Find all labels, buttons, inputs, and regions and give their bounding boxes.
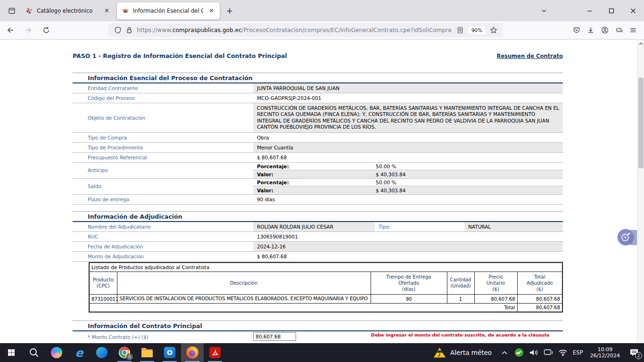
zoom-level-badge[interactable]: 90% — [468, 26, 486, 34]
floating-clock-widget[interactable] — [618, 229, 636, 246]
table-row: Objeto de Contratación CONSTRUCCIÓN DE G… — [73, 103, 563, 133]
total-value: 80,607.68 — [517, 304, 562, 313]
sub-label: Valor: — [253, 171, 372, 178]
row-value: ROLDAN ROLDAN JULIO CESAR — [253, 222, 375, 231]
close-window-button[interactable] — [622, 0, 644, 21]
scroll-up-icon[interactable] — [637, 40, 644, 48]
lock-icon[interactable] — [125, 26, 133, 34]
search-icon[interactable] — [23, 343, 45, 362]
start-button[interactable] — [0, 343, 23, 362]
notification-count-badge: 2 — [635, 352, 642, 359]
table-row-anticipo: Anticipo Porcentaje: 50.00 % Valor: $ 40… — [73, 163, 563, 179]
row-label: Plazo de entrega — [73, 195, 253, 204]
table-row: Presupuesto Referencial $ 80,607.68 — [73, 153, 563, 163]
products-table-title: Listado de Productos adjudicados al Cont… — [89, 263, 562, 272]
wifi-icon[interactable] — [558, 347, 568, 358]
row-label: Monto de Adjudicación — [73, 252, 253, 261]
chrome-profile-badge: G — [126, 354, 133, 360]
section-contrato-principal: Información del Contrato Principal * Mon… — [73, 321, 563, 342]
cell-cantidad: 1 — [447, 294, 474, 304]
page-content: PASO 1 - Registro de Información Esencia… — [0, 40, 644, 343]
edge-icon[interactable] — [91, 343, 113, 362]
acrobat-icon[interactable] — [204, 343, 226, 362]
virtual-desktop-icon[interactable] — [544, 347, 553, 358]
table-row: Código del Proceso MCO-GADPRSJP-2024-001 — [73, 93, 563, 103]
tab-close-icon[interactable]: ✕ — [207, 7, 216, 14]
language-indicator[interactable]: ESP — [573, 349, 583, 356]
table-row: Tipo de Compra Obra — [73, 133, 563, 143]
tab-catalogo-electronico[interactable]: Catálogo electrónico ✕ — [21, 2, 115, 19]
extensions-puzzle-icon[interactable] — [612, 23, 626, 37]
firefox-icon[interactable] — [181, 343, 204, 362]
table-row: RUC 1306590819001 — [73, 232, 563, 242]
account-icon[interactable] — [598, 23, 612, 37]
url-bar[interactable]: https://www.compraspublicas.gob.ec/Proce… — [108, 23, 503, 37]
col-header-descripcion: Descripción — [117, 272, 371, 294]
cell-precio: 80,607.68 — [474, 294, 517, 304]
chrome-icon[interactable]: G — [113, 343, 136, 362]
file-explorer-icon[interactable] — [136, 343, 158, 362]
row-label: RUC — [73, 232, 253, 241]
firefox-view-icon[interactable] — [4, 3, 20, 19]
table-row: Entidad Contratante JUNTA PARROQUIAL DE … — [73, 83, 563, 93]
bookmark-star-icon[interactable] — [490, 26, 497, 34]
row-value: 2024-12-16 — [253, 242, 563, 251]
minimize-button[interactable] — [579, 0, 601, 21]
reload-icon[interactable] — [39, 23, 54, 38]
copilot-icon[interactable] — [45, 343, 68, 362]
row-label: Tipo de Compra — [73, 133, 253, 142]
back-icon[interactable] — [3, 23, 18, 38]
sub-label: Valor: — [253, 187, 372, 194]
table-row: Monto de Adjudicación $ 80,607.68 — [73, 252, 563, 262]
sub-value: $ 40,303.84 — [372, 171, 563, 178]
row-label: * Monto Contrato (+) ($) — [73, 332, 253, 342]
section-proceso-contratacion: Información Esencial del Proceso de Cont… — [73, 73, 563, 205]
col-header-cantidad: Cantidad (Unidad) — [447, 272, 474, 294]
system-tray: Alerta méteo ESP 10:09 26/12/2024 — [433, 346, 644, 360]
action-center-icon[interactable]: 2 — [627, 346, 641, 360]
show-hidden-icons-chevron[interactable] — [500, 347, 509, 358]
outlook-icon[interactable]: O — [158, 343, 181, 362]
tab-title: Información Esencial del Contra — [133, 8, 203, 14]
list-all-tabs-icon[interactable] — [537, 3, 552, 18]
pocket-icon[interactable] — [570, 23, 584, 37]
resumen-contrato-link[interactable]: Resumen de Contrato — [496, 53, 563, 59]
maximize-button[interactable] — [601, 0, 622, 21]
warning-text: Debe ingresar el monto del contrato susc… — [371, 332, 563, 338]
cell-total: 80,607.68 — [517, 294, 562, 304]
row-value: Menor Cuantía — [253, 143, 563, 152]
col-header-total: Total Adjudicado ($) — [517, 272, 562, 294]
weather-label: Alerta méteo — [450, 349, 492, 356]
row-label: Tipo de Procedimiento — [73, 143, 253, 152]
sub-value: 50.00 % — [372, 163, 563, 170]
clock-date: 26/12/2024 — [590, 353, 620, 359]
downloads-icon[interactable] — [584, 23, 598, 37]
row-label: Fecha de Adjudicación — [73, 242, 253, 251]
internet-explorer-icon[interactable]: e — [68, 343, 91, 362]
clock-wings-icon[interactable] — [618, 229, 634, 245]
menu-hamburger-icon[interactable] — [626, 23, 640, 37]
forward-icon[interactable] — [21, 23, 36, 38]
tipo-value: NATURAL — [464, 222, 563, 231]
tab-close-icon[interactable]: ✕ — [102, 7, 111, 14]
url-text[interactable]: https://www.compraspublicas.gob.ec/Proce… — [137, 27, 455, 33]
total-label: Total — [89, 304, 517, 313]
sub-label: Porcentaje: — [253, 179, 372, 186]
tracking-shield-icon[interactable] — [114, 26, 122, 34]
row-label: Nombre del Adjudicatario — [73, 222, 253, 231]
antivirus-tray-icon[interactable] — [514, 347, 524, 358]
monto-contrato-input[interactable] — [253, 332, 296, 341]
row-value: $ 80,607.68 — [253, 252, 563, 261]
new-tab-button[interactable]: + — [223, 4, 237, 18]
scrollbar-thumb[interactable] — [638, 78, 644, 168]
volume-icon[interactable] — [529, 347, 538, 358]
reader-mode-icon[interactable] — [456, 26, 464, 34]
tab-informacion-esencial[interactable]: Información Esencial del Contra ✕ — [117, 2, 220, 19]
section-title: Información Esencial del Proceso de Cont… — [73, 73, 563, 83]
catalogo-favicon-icon — [25, 7, 33, 15]
taskbar-clock[interactable]: 10:09 26/12/2024 — [590, 346, 620, 359]
weather-widget[interactable]: Alerta méteo — [433, 347, 492, 358]
cell-descripcion: SERVICIOS DE INSTALACION DE PRODUCTOS ME… — [117, 294, 371, 304]
vertical-scrollbar[interactable] — [637, 40, 644, 343]
table-row-adjudicatario: Nombre del Adjudicatario ROLDAN ROLDAN J… — [73, 222, 563, 232]
